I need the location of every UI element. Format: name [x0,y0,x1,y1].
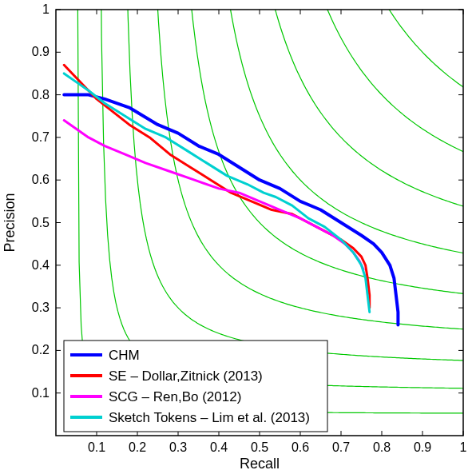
x-tick-label: 0.7 [332,440,350,454]
chart-svg: 0.10.20.30.40.50.60.70.80.910.10.20.30.4… [0,0,476,470]
y-tick-label: 0.4 [32,258,50,272]
y-tick-label: 0.5 [32,216,50,229]
x-tick-label: 0.8 [373,440,391,454]
legend-label: SE – Dollar,Zitnick (2013) [109,368,263,384]
iso-f-curve [220,0,476,203]
x-tick-label: 1 [460,440,467,454]
y-tick-label: 0.6 [32,173,50,186]
y-axis-label: Precision [2,193,18,252]
iso-f-curve [200,0,476,241]
x-tick-label: 0.6 [292,440,309,454]
series-line-0 [64,95,398,325]
y-tick-label: 1 [42,2,50,16]
iso-f-curve [179,0,476,276]
x-tick-label: 0.4 [210,440,228,454]
iso-f-curve [97,0,476,390]
y-tick-label: 0.7 [32,130,50,144]
legend-label: Sketch Tokens – Lim et al. (2013) [109,410,310,425]
iso-f-curve [138,0,476,337]
y-tick-label: 0.8 [32,88,50,102]
legend-label: SCG – Ren,Bo (2012) [109,389,241,404]
pr-chart: 0.10.20.30.40.50.60.70.80.910.10.20.30.4… [0,0,476,470]
x-tick-label: 0.3 [169,440,187,454]
y-tick-label: 0.1 [32,386,50,400]
y-tick-label: 0.9 [32,45,50,58]
x-tick-label: 0.5 [251,440,268,454]
x-tick-label: 0.2 [129,440,146,454]
y-tick-label: 0.2 [32,343,50,356]
iso-f-curve [159,0,476,308]
y-tick-label: 0.3 [32,301,50,314]
iso-f-curve [240,0,476,161]
x-axis-label: Recall [240,456,280,470]
legend-label: CHM [109,348,140,363]
iso-f-curve [118,0,476,364]
x-tick-label: 0.9 [414,440,431,454]
x-tick-label: 0.1 [88,440,105,454]
